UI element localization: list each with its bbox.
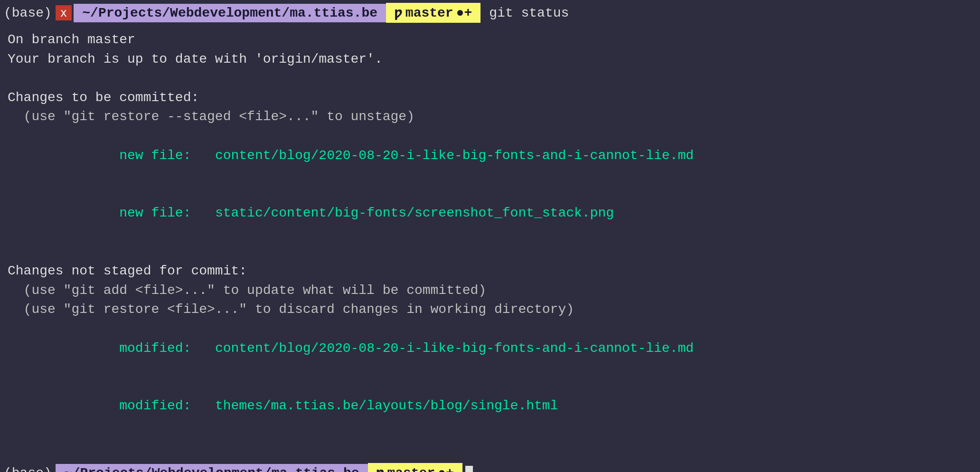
title-base-label: (base) (4, 6, 52, 20)
git-command: git status (489, 6, 569, 20)
output-line-1: On branch master (8, 30, 972, 50)
branch-status: ●+ (456, 6, 472, 20)
close-button[interactable]: x (56, 5, 72, 20)
bottom-bar: (base) ~/Projects/Webdevelopment/ma.ttia… (0, 459, 980, 472)
new-file-value-2: static/content/big-fonts/screenshot_font… (215, 206, 614, 220)
branch-symbol: ƿ (395, 5, 403, 21)
output-line-12: modified: content/blog/2020-08-20-i-like… (8, 320, 972, 378)
new-file-label-2: new file: (56, 206, 215, 220)
title-bar: (base) x ~/Projects/Webdevelopment/ma.tt… (0, 0, 980, 26)
modified-label-2: modified: (56, 398, 215, 413)
new-file-value-1: content/blog/2020-08-20-i-like-big-fonts… (215, 148, 694, 163)
terminal-content: On branch master Your branch is up to da… (0, 26, 980, 459)
empty-line-3 (8, 435, 972, 454)
modified-label-1: modified: (56, 341, 215, 356)
output-line-4: Changes to be committed: (8, 88, 972, 108)
terminal-cursor (465, 466, 473, 472)
output-line-6: new file: content/blog/2020-08-20-i-like… (8, 127, 972, 185)
bottom-branch-status: ●+ (438, 466, 454, 472)
terminal-window: (base) x ~/Projects/Webdevelopment/ma.tt… (0, 0, 980, 472)
modified-value-2: themes/ma.ttias.be/layouts/blog/single.h… (215, 398, 558, 413)
output-line-13: modified: themes/ma.ttias.be/layouts/blo… (8, 378, 972, 435)
bottom-branch: ƿ master ●+ (368, 463, 462, 472)
bottom-branch-symbol: ƿ (377, 465, 385, 472)
new-file-label-1: new file: (56, 148, 215, 163)
modified-value-1: content/blog/2020-08-20-i-like-big-fonts… (215, 341, 694, 356)
empty-line-2 (8, 243, 972, 262)
output-line-2: Your branch is up to date with 'origin/m… (8, 50, 972, 69)
output-line-10: (use "git add <file>..." to update what … (8, 281, 972, 301)
title-path: ~/Projects/Webdevelopment/ma.ttias.be (74, 4, 386, 22)
bottom-base-label: (base) (4, 466, 52, 472)
output-line-7: new file: static/content/big-fonts/scree… (8, 185, 972, 243)
output-line-9: Changes not staged for commit: (8, 262, 972, 281)
output-line-5: (use "git restore --staged <file>..." to… (8, 107, 972, 127)
output-line-11: (use "git restore <file>..." to discard … (8, 300, 972, 320)
empty-line-1 (8, 69, 972, 88)
title-branch: ƿ master ●+ (386, 3, 481, 23)
bottom-path: ~/Projects/Webdevelopment/ma.ttias.be (56, 464, 368, 472)
branch-name: master (405, 6, 453, 20)
bottom-branch-name: master (387, 466, 435, 472)
